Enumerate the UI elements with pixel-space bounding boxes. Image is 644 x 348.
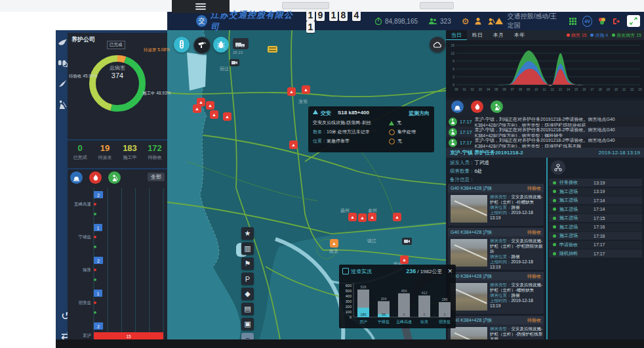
image-map-tool-button[interactable]: ▣ [241, 318, 254, 330]
svg-text:1: 1 [97, 292, 100, 296]
task-header[interactable]: 京沪-宁镇 养护任务20191218-2 2019-12-18 13:19 [446, 148, 644, 158]
timeline-item[interactable]: 施工进场13:19 [549, 188, 642, 196]
tab-昨日[interactable]: 昨日 [467, 30, 488, 40]
defect-card[interactable]: G40 K384+428 沪陕待验收病害类型：交安及沿线设施-护栏（立杆）-护栏… [448, 228, 544, 270]
legend-设施: 设施 4 [590, 32, 608, 39]
worker-tab-button[interactable] [491, 100, 503, 113]
timeline-label: 施工进场 [559, 188, 594, 195]
svg-text:03: 03 [479, 88, 483, 91]
patrol-vehicle-button[interactable] [233, 38, 249, 49]
timeline-item[interactable]: 施工进场17:14 [549, 206, 642, 213]
timeline-item[interactable]: 任务接收13:19 [549, 179, 642, 186]
defect-stats-row: 0已完成19待派发183施工中172待验收 [68, 141, 167, 168]
task-field: 派发人员：丁武道 [450, 160, 546, 166]
chart-map-tool-button[interactable]: ◆ [241, 288, 254, 300]
tab-当日[interactable]: 当日 [446, 30, 467, 40]
defect-field: 上报时间：2019-12-18 13:19 [490, 210, 544, 221]
timeline-item[interactable]: 施工进场17:16 [549, 223, 642, 231]
cup-map-tool-button[interactable]: ▤ [241, 303, 254, 315]
truck-marker[interactable] [268, 46, 277, 53]
color-dots-icon[interactable] [597, 17, 607, 26]
all-filter-button[interactable]: 全部 [148, 173, 165, 181]
svg-text:五峰高速: 五峰高速 [74, 202, 91, 206]
camera-marker[interactable] [402, 238, 412, 245]
close-icon[interactable]: ✕ [447, 268, 453, 274]
field-label: 派发人员： [450, 160, 475, 165]
svg-text:04: 04 [487, 88, 491, 91]
bug-defect-map-button[interactable] [213, 37, 229, 53]
defect-pin-marker[interactable]: ▲ [400, 255, 409, 264]
bird-release-icon[interactable] [58, 79, 68, 89]
patrol-icon [342, 268, 349, 274]
status-dot [553, 181, 556, 185]
tab-本年[interactable]: 本年 [509, 30, 530, 40]
timeline-label: 施工进场 [559, 232, 594, 239]
defect-pin-marker[interactable]: ▲ [223, 112, 231, 121]
defect-pin-marker[interactable]: ▲ [330, 239, 338, 248]
svg-text:06: 06 [503, 88, 507, 91]
defect-photo[interactable] [451, 195, 487, 223]
timeline-item[interactable]: 施工进场17:14 [549, 196, 642, 204]
gear-icon[interactable]: ⚙ [462, 16, 470, 26]
grid-apps-icon[interactable] [569, 17, 577, 26]
flag-map-tool-button[interactable]: ⚑ [241, 257, 254, 270]
layers-map-tool-button[interactable]: ▥ [241, 242, 254, 255]
mileage-count: 84,898,165 [385, 18, 418, 25]
field-label: 病害类型： [490, 326, 512, 331]
timeline-item[interactable]: 随机抽检17:17 [549, 250, 642, 257]
svg-text:15: 15 [574, 88, 578, 91]
user-breadcrumb[interactable]: 交通控股/感动/王定国 [507, 12, 563, 30]
fire-tab-button[interactable] [471, 100, 483, 113]
tab-本月[interactable]: 本月 [488, 30, 509, 40]
svg-text:3: 3 [453, 75, 454, 79]
stat-label: 待验收 [142, 154, 167, 161]
worker-status-icon [449, 139, 457, 147]
timeline-item[interactable]: 申请验收17:17 [549, 241, 642, 249]
traffic-light-map-button[interactable] [174, 37, 190, 53]
worker-dig-icon[interactable] [58, 100, 68, 110]
binoculars-search-icon[interactable] [58, 58, 68, 68]
defect-pin-marker[interactable]: ▲ [348, 213, 357, 221]
defect-pin-marker[interactable]: ▲ [302, 85, 310, 94]
vehicle-counts: 25 23 [233, 51, 243, 54]
alert-item[interactable]: 17:17京沪-宁镇，刘端正在对养护任务20191218-2申请验收。病害地点G… [446, 116, 644, 127]
field-label: 病害位置： [490, 205, 512, 209]
defect-card[interactable]: G40 K384+428 沪陕待验收病害类型：交安及沿线设施-护栏（立杆）-柱帽… [448, 184, 544, 226]
defect-pin-marker[interactable]: ▲ [358, 213, 367, 222]
defect-pin-marker[interactable]: ▲ [393, 213, 401, 221]
worker-tab-button[interactable] [108, 171, 121, 184]
4v-badge-icon[interactable]: 4V [582, 16, 592, 27]
defect-pin-marker[interactable]: ▲ [210, 110, 218, 119]
defect-card-header: G40 K384+428 沪陕待验收 [448, 228, 544, 236]
defect-pin-marker[interactable]: ▲ [206, 101, 214, 110]
bird-nav-icon[interactable] [58, 38, 68, 48]
menu-toggle-button[interactable] [172, 0, 230, 13]
cctv-camera-map-button[interactable] [193, 37, 211, 54]
alert-item[interactable]: 17:17京沪-宁镇，刘端正在对养护任务20191218-2申请验收。病害地点G… [446, 127, 644, 137]
cloud-history-button[interactable] [430, 37, 445, 53]
camera-marker[interactable] [230, 59, 239, 66]
defect-pin-marker[interactable]: ▲ [287, 87, 296, 96]
person-icon[interactable] [474, 17, 482, 25]
logout-icon[interactable] [612, 17, 620, 26]
timeline-item[interactable]: 施工进场17:16 [549, 232, 642, 240]
alarm-tab-button[interactable] [451, 100, 464, 113]
alert-item[interactable]: 17:17京沪-宁镇，刘端正在对养护任务20191218-2申请验收。病害地点G… [446, 137, 644, 148]
defect-photo[interactable] [451, 283, 487, 311]
clock-orange-icon [389, 129, 395, 135]
timeline-item[interactable]: 施工进场17:15 [549, 214, 642, 222]
star-map-tool-button[interactable]: ★ [241, 227, 254, 240]
fire-tab-button[interactable] [89, 171, 102, 184]
worker-icon[interactable] [487, 17, 495, 25]
timeline-time: 17:14 [594, 207, 605, 211]
defect-photo[interactable] [451, 239, 487, 267]
fullscreen-toggle-button[interactable] [627, 15, 640, 27]
defect-card[interactable]: G40 K384+428 沪陕待验收病害类型：交安及沿线设施-护栏（立杆）-螺栓… [448, 272, 544, 314]
defect-pin-marker[interactable]: ▲ [193, 104, 201, 113]
parking-map-tool-button[interactable]: P [241, 272, 254, 285]
defect-fields: 病害类型：交安及沿线设施-护栏（立杆）-护栏防阻块损坏病害位置：路侧上报时间：2… [490, 236, 544, 270]
alarm-tab-button[interactable] [70, 171, 83, 184]
defect-pin-marker[interactable]: ▲ [368, 213, 376, 221]
menu-map-tool-button[interactable]: ≡ [241, 333, 254, 339]
defect-pin-marker[interactable]: ▲ [289, 141, 298, 149]
